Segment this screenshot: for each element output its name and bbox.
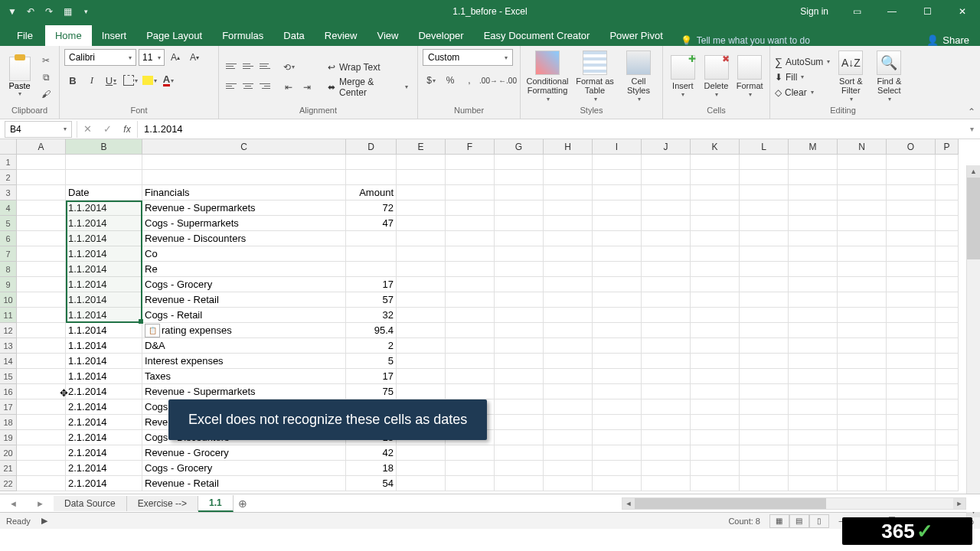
cell[interactable] [17,231,66,246]
tab-view[interactable]: View [367,25,408,46]
cell[interactable]: 5 [346,354,397,369]
comma-icon[interactable]: , [461,72,478,89]
cell[interactable] [593,415,642,430]
cell[interactable]: 42 [346,445,397,461]
cell[interactable] [544,262,593,277]
cell[interactable] [593,384,642,399]
paste-button[interactable]: Paste ▾ [5,57,34,97]
cell[interactable] [17,445,66,461]
row-header[interactable]: 22 [0,476,17,491]
wrap-text-button[interactable]: ↩Wrap Text [323,59,413,76]
cell[interactable] [789,201,838,216]
cell[interactable] [593,277,642,292]
col-header-A[interactable]: A [17,139,66,155]
tab-easy-doc[interactable]: Easy Document Creator [474,25,600,46]
cell[interactable] [838,155,887,170]
cell[interactable] [397,201,446,216]
cell[interactable] [593,155,642,170]
cell[interactable] [544,338,593,354]
cell[interactable] [642,323,691,338]
undo-icon[interactable]: ↶ [24,5,37,18]
cell[interactable] [17,476,66,491]
cell[interactable] [397,369,446,384]
cell[interactable] [544,155,593,170]
cell[interactable]: 54 [346,476,397,491]
cell[interactable] [397,323,446,338]
redo-icon[interactable]: ↷ [43,5,55,18]
cell[interactable] [17,323,66,338]
cell[interactable] [446,354,495,369]
cell[interactable]: Re [142,262,346,277]
row-header[interactable]: 12 [0,323,17,338]
cell[interactable] [446,308,495,323]
tell-me-search[interactable]: 💡 Tell me what you want to do [673,35,810,46]
cell[interactable] [17,384,66,399]
cell[interactable] [642,155,691,170]
qat-customize-icon[interactable]: ▾ [80,5,92,18]
cell[interactable] [593,354,642,369]
cell[interactable] [887,445,936,461]
cell[interactable] [740,277,789,292]
cell[interactable] [142,170,346,185]
col-header-J[interactable]: J [642,139,691,155]
cell[interactable] [789,354,838,369]
cell[interactable] [838,246,887,262]
cell[interactable] [691,323,740,338]
row-header[interactable]: 14 [0,354,17,369]
col-header-N[interactable]: N [838,139,887,155]
autosum-button[interactable]: ∑AutoSum▾ [775,54,830,70]
cell[interactable] [887,308,936,323]
cell[interactable] [936,476,959,491]
vscroll-thumb[interactable] [967,178,980,259]
cell[interactable] [495,308,544,323]
horizontal-scrollbar[interactable]: ◄ ► [622,497,966,510]
cell[interactable] [936,338,959,354]
insert-button[interactable]: ✚Insert▾ [668,55,698,99]
cell[interactable] [887,277,936,292]
cell[interactable]: 18 [346,461,397,476]
cell[interactable]: Financials [142,185,346,201]
cell[interactable] [936,170,959,185]
cell[interactable] [397,476,446,491]
cell[interactable] [17,262,66,277]
cell[interactable] [642,461,691,476]
row-header[interactable]: 13 [0,338,17,354]
cell[interactable] [446,277,495,292]
cell[interactable] [593,308,642,323]
cell[interactable]: Cogs - Grocery [142,461,346,476]
worksheet-grid[interactable]: ABCDEFGHIJKLMNOP 12345678910111213141516… [0,139,980,494]
cell[interactable] [789,231,838,246]
format-painter-icon[interactable]: 🖌 [38,86,54,102]
cell[interactable] [642,430,691,445]
cell[interactable] [495,201,544,216]
decrease-decimal-icon[interactable]: ←.00 [499,72,516,89]
cell[interactable] [887,262,936,277]
row-header[interactable]: 1 [0,155,17,170]
cell[interactable] [838,384,887,399]
col-header-C[interactable]: C [142,139,346,155]
cell[interactable]: 2.1.2014 [66,384,142,399]
cell[interactable] [544,476,593,491]
cell[interactable] [642,308,691,323]
align-top-icon[interactable] [224,59,239,74]
cell[interactable] [887,216,936,231]
view-page-break-icon[interactable]: ▯ [809,514,829,528]
sort-filter-button[interactable]: A↓ZSort & Filter▾ [833,51,868,104]
share-button[interactable]: 👤 Share [926,34,969,46]
cell[interactable] [936,399,959,415]
cell[interactable] [691,185,740,201]
cell[interactable] [495,384,544,399]
cell[interactable]: 1.1.2014 [66,277,142,292]
cell[interactable] [66,170,142,185]
cell[interactable] [17,155,66,170]
cell[interactable] [17,415,66,430]
cell[interactable] [17,399,66,415]
cell[interactable] [544,216,593,231]
cell[interactable] [446,201,495,216]
cell[interactable] [887,384,936,399]
decrease-font-icon[interactable]: A▾ [186,49,203,66]
cell[interactable] [495,170,544,185]
row-header[interactable]: 17 [0,399,17,415]
cell[interactable] [789,461,838,476]
row-header[interactable]: 9 [0,277,17,292]
